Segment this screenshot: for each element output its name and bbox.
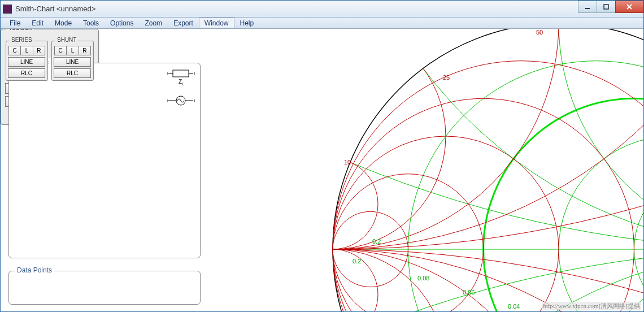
svg-point-6 [408,61,643,311]
series-group: SERIES C L R LINE RLC [6,41,48,81]
menu-tools[interactable]: Tools [77,18,105,28]
menu-window[interactable]: Window [199,18,234,28]
svg-point-8 [559,136,643,311]
datapoints-panel-title: Data Points [15,266,54,274]
maximize-button[interactable] [597,1,616,13]
series-rlc-button[interactable]: RLC [8,68,45,78]
datapoints-panel: Data Points [8,271,201,305]
schematic-diagram: ZL [167,68,195,113]
window-titlebar: Smith-Chart <unnamed> [1,1,643,18]
svg-rect-1 [604,5,608,9]
schematic-panel: Schematic ZL [8,63,201,258]
menu-edit[interactable]: Edit [26,18,49,28]
scale-label: 0.04 [508,303,520,310]
scale-label: 50 [536,29,543,36]
svg-point-12 [304,29,643,249]
svg-point-34 [304,249,446,311]
svg-point-31 [304,29,559,249]
shunt-line-button[interactable]: LINE [54,57,91,67]
svg-point-24 [333,136,559,311]
svg-text:ZL: ZL [179,79,184,86]
svg-point-29 [304,29,643,249]
svg-point-22 [333,61,643,311]
svg-point-33 [304,29,446,249]
shunt-group: SHUNT C L R LINE RLC [51,41,94,81]
shunt-rlc-button[interactable]: RLC [54,68,91,78]
series-line-button[interactable]: LINE [8,57,45,67]
svg-point-4 [333,29,643,311]
svg-point-14 [333,29,643,249]
svg-point-32 [304,249,559,311]
scale-label: 0.2 [353,258,361,265]
svg-point-25 [333,174,484,311]
scale-label: 10 [344,159,351,166]
series-legend: SERIES [10,37,34,43]
svg-point-26 [333,211,408,287]
close-button[interactable] [615,1,643,13]
svg-rect-37 [173,70,189,77]
series-c-button[interactable]: C [8,46,21,55]
shunt-l-button[interactable]: L [66,46,79,55]
minimize-button[interactable] [578,1,597,13]
menu-help[interactable]: Help [234,18,260,28]
svg-point-16 [559,29,643,249]
menu-bar: File Edit Mode Tools Options Zoom Export… [1,18,643,29]
menu-zoom[interactable]: Zoom [139,18,168,28]
shunt-legend: SHUNT [55,37,78,43]
svg-point-9 [634,174,643,311]
svg-point-7 [484,98,643,311]
svg-point-27 [304,29,643,249]
svg-point-36 [304,249,378,311]
shunt-c-button[interactable]: C [54,46,67,55]
app-icon [3,5,12,14]
smith-chart: 10 25 50 0.02 0.04 0.06 0.08 0.2 0.2 [304,29,643,311]
menu-options[interactable]: Options [105,18,139,28]
menu-export[interactable]: Export [168,18,199,28]
scale-label: 0.2 [372,238,381,245]
svg-point-23 [333,98,634,311]
canvas-area: 10 25 50 0.02 0.04 0.06 0.08 0.2 0.2 Sch… [1,29,643,311]
scale-label: 25 [443,74,450,81]
series-r-button[interactable]: R [33,46,45,55]
scale-label: 0.06 [463,289,475,296]
menu-file[interactable]: File [4,18,26,28]
window-title: Smith-Chart <unnamed> [15,5,95,13]
svg-point-35 [304,159,378,249]
menu-mode[interactable]: Mode [49,18,77,28]
toolbox-panel-title: Toolbox [6,29,34,32]
shunt-r-button[interactable]: R [79,46,91,55]
series-l-button[interactable]: L [20,46,33,55]
window-controls [578,1,643,13]
watermark: http://www.vipcn.com[清风网络]提供 [542,302,641,310]
scale-label: 0.08 [417,275,429,281]
